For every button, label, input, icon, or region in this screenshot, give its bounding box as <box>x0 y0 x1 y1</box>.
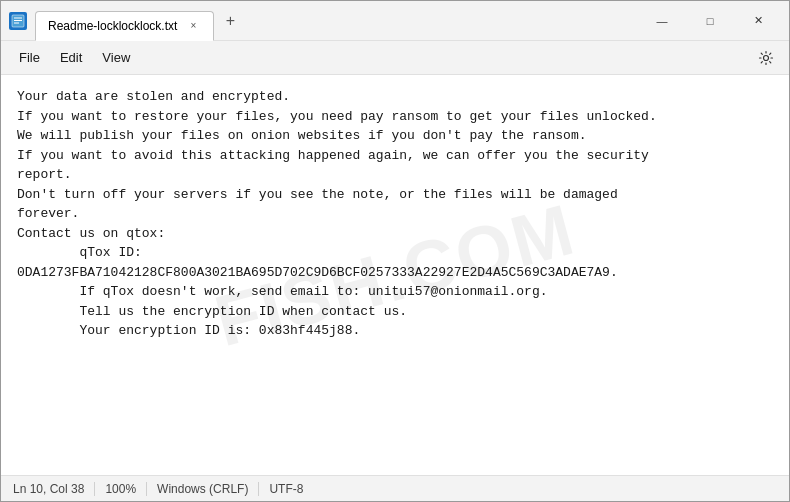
tab-area: Readme-locklocklock.txt × + <box>35 6 639 36</box>
statusbar: Ln 10, Col 38 100% Windows (CRLF) UTF-8 <box>1 475 789 501</box>
text-editor-content[interactable]: FISH.COM Your data are stolen and encryp… <box>1 75 789 475</box>
text-line: If qTox doesn't work, send email to: uni… <box>17 282 773 302</box>
minimize-button[interactable]: — <box>639 6 685 36</box>
zoom-level: 100% <box>95 482 147 496</box>
text-line: qTox ID: <box>17 243 773 263</box>
text-line: Your encryption ID is: 0x83hf445j88. <box>17 321 773 341</box>
active-tab[interactable]: Readme-locklocklock.txt × <box>35 11 214 41</box>
close-button[interactable]: ✕ <box>735 6 781 36</box>
maximize-button[interactable]: □ <box>687 6 733 36</box>
text-line: forever. <box>17 204 773 224</box>
tab-title: Readme-locklocklock.txt <box>48 19 177 33</box>
tab-close-button[interactable]: × <box>185 18 201 34</box>
text-body: Your data are stolen and encrypted.If yo… <box>17 87 773 341</box>
menu-file[interactable]: File <box>9 46 50 69</box>
cursor-position: Ln 10, Col 38 <box>13 482 95 496</box>
menubar: File Edit View <box>1 41 789 75</box>
text-line: Your data are stolen and encrypted. <box>17 87 773 107</box>
encoding: UTF-8 <box>259 482 313 496</box>
notepad-window: Readme-locklocklock.txt × + — □ ✕ File E… <box>0 0 790 502</box>
settings-button[interactable] <box>751 43 781 73</box>
gear-icon <box>758 50 774 66</box>
menu-edit[interactable]: Edit <box>50 46 92 69</box>
text-line: If you want to avoid this attacking happ… <box>17 146 773 166</box>
line-ending: Windows (CRLF) <box>147 482 259 496</box>
titlebar: Readme-locklocklock.txt × + — □ ✕ <box>1 1 789 41</box>
menu-view[interactable]: View <box>92 46 140 69</box>
text-line: We will publish your files on onion webs… <box>17 126 773 146</box>
text-line: 0DA1273FBA71042128CF800A3021BA695D702C9D… <box>17 263 773 283</box>
window-controls: — □ ✕ <box>639 6 781 36</box>
app-icon <box>9 12 27 30</box>
new-tab-button[interactable]: + <box>218 9 242 33</box>
text-line: Contact us on qtox: <box>17 224 773 244</box>
text-line: Tell us the encryption ID when contact u… <box>17 302 773 322</box>
text-line: If you want to restore your files, you n… <box>17 107 773 127</box>
text-line: Don't turn off your servers if you see t… <box>17 185 773 205</box>
svg-point-4 <box>764 55 769 60</box>
text-line: report. <box>17 165 773 185</box>
